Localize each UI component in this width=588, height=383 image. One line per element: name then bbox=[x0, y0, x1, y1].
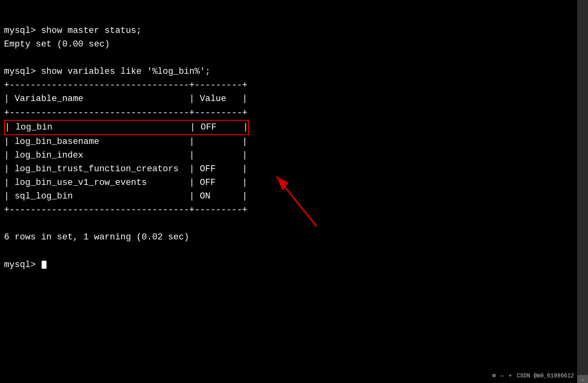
row-log-bin-trust: | log_bin_trust_function_creators | OFF … bbox=[4, 162, 569, 176]
row-log-bin: | log_bin | OFF | bbox=[5, 121, 248, 134]
scrollbar[interactable]: ⌄ bbox=[577, 0, 588, 383]
blank-line-3 bbox=[4, 245, 569, 258]
result-rows: 6 rows in set, 1 warning (0.02 sec) bbox=[4, 231, 569, 244]
cursor bbox=[42, 261, 46, 269]
row-log-bin-index: | log_bin_index | | bbox=[4, 149, 569, 162]
result-empty-set: Empty set (0.00 sec) bbox=[4, 38, 569, 51]
command-show-variables: mysql> show variables like '%log_bin%'; bbox=[4, 65, 569, 79]
table-dash-top: +----------------------------------+----… bbox=[4, 79, 569, 92]
row-log-bin-basename: | log_bin_basename | | bbox=[4, 135, 569, 149]
command-show-master: mysql> show master status; bbox=[4, 24, 569, 38]
mysql-prompt[interactable]: mysql> bbox=[4, 258, 569, 272]
minimize-icon: — bbox=[500, 373, 503, 379]
row-sql-log-bin: | sql_log_bin | ON | bbox=[4, 190, 569, 203]
scroll-down-button[interactable]: ⌄ bbox=[577, 375, 588, 383]
table-header: | Variable_name | Value | bbox=[4, 92, 569, 106]
window-icon: ⊞ bbox=[492, 372, 495, 379]
row-log-bin-use-v1: | log_bin_use_v1_row_events | OFF | bbox=[4, 176, 569, 190]
table-dash-header: +----------------------------------+----… bbox=[4, 106, 569, 120]
highlighted-row-log-bin: | log_bin | OFF | bbox=[4, 120, 249, 135]
bottom-bar: ⊞ — + CSDN @m0_61986612 bbox=[492, 372, 574, 379]
blank-line-2 bbox=[4, 217, 569, 231]
blank-line-1 bbox=[4, 51, 569, 65]
csdn-watermark: CSDN @m0_61986612 bbox=[517, 373, 574, 379]
terminal-area: mysql> show master status; Empty set (0.… bbox=[0, 0, 577, 383]
maximize-icon: + bbox=[509, 373, 512, 379]
table-dash-bottom: +----------------------------------+----… bbox=[4, 203, 569, 217]
